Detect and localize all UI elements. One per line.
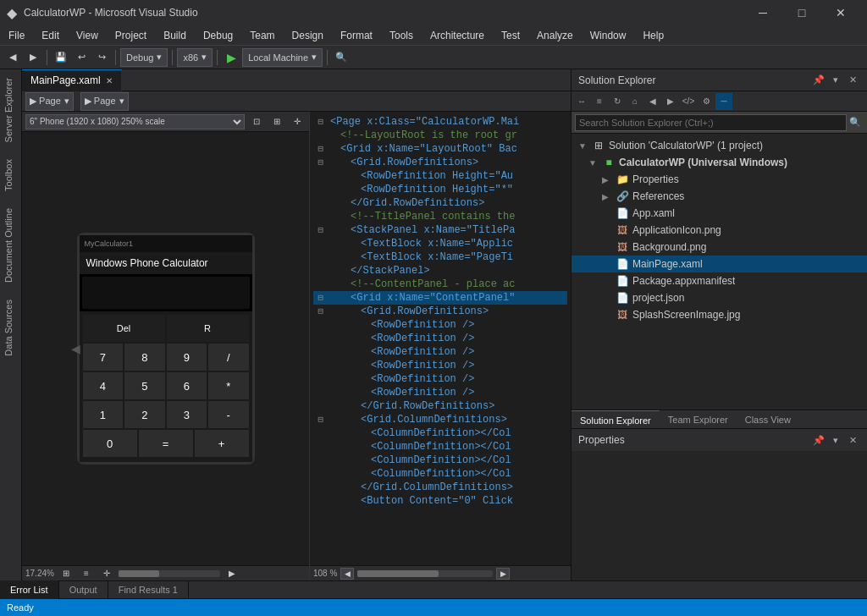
toolbar-fwd-btn[interactable]: ▶ [24,48,42,67]
maximize-button[interactable]: □ [782,0,821,25]
se-home-btn[interactable]: ⌂ [627,93,643,110]
phone-plus-button[interactable]: + [195,430,249,457]
phone-minus-button[interactable]: - [208,401,249,428]
phone-equals-button[interactable]: = [139,430,193,457]
se-pin-btn[interactable]: 📌 [811,73,826,88]
resize-handle-left[interactable]: ◀ [71,342,80,355]
xml-zoom-down-btn[interactable]: ◀ [340,568,354,580]
xml-editor[interactable]: ⊟ <Page x:Class="CalculatorWP.Mai <!--La… [310,112,571,565]
phone-r-button[interactable]: R [167,315,249,342]
phone-9-button[interactable]: 9 [167,344,207,371]
se-manifest-item[interactable]: 📄 Package.appxmanifest [572,272,867,289]
menu-format[interactable]: Format [332,25,381,46]
menu-tools[interactable]: Tools [381,25,422,46]
tab-close-icon[interactable]: ✕ [106,76,113,85]
menu-project[interactable]: Project [107,25,155,46]
xml-scroll-track[interactable] [357,570,493,577]
phone-2-button[interactable]: 2 [124,401,165,428]
platform-dropdown[interactable]: x86 ▾ [177,48,213,67]
se-projectjson-item[interactable]: 📄 project.json [572,289,867,306]
toolbar-back-btn[interactable]: ◀ [3,48,22,67]
toolbar-save-btn[interactable]: 💾 [52,48,70,67]
se-collapse-btn[interactable]: ─ [715,93,732,110]
menu-window[interactable]: Window [582,25,635,46]
start-debug-button[interactable]: ▶ [222,48,240,67]
phone-3-button[interactable]: 3 [167,401,207,428]
menu-build[interactable]: Build [155,25,195,46]
design-grid-view-btn[interactable]: ⊞ [58,565,75,581]
se-search-input[interactable] [575,114,847,131]
se-sync-btn[interactable]: ↔ [573,93,590,110]
se-properties-btn[interactable]: ≡ [591,93,608,110]
props-pin-btn[interactable]: 📌 [811,432,826,448]
se-appxaml-item[interactable]: 📄 App.xaml [572,205,867,222]
phone-5-button[interactable]: 5 [124,372,165,399]
se-dropdown-btn[interactable]: ▾ [828,73,843,88]
phone-divide-button[interactable]: / [208,344,249,371]
menu-architecture[interactable]: Architecture [422,25,493,46]
se-appicon-item[interactable]: 🖼 ApplicationIcon.png [572,222,867,239]
props-dropdown-btn[interactable]: ▾ [828,432,843,448]
document-outline-tab[interactable]: Document Outline [0,200,21,291]
design-scroll-track[interactable] [119,570,220,577]
scale-selector[interactable]: 6" Phone (1920 x 1080) 250% scale [25,114,245,129]
menu-debug[interactable]: Debug [195,25,241,46]
toolbar-undo-btn[interactable]: ↩ [72,48,91,67]
se-project-item[interactable]: ▼ ■ CalculatorWP (Universal Windows) [572,154,867,171]
se-close-btn[interactable]: ✕ [845,73,860,88]
se-references-item[interactable]: ▶ 🔗 References [572,188,867,205]
design-snap-btn[interactable]: ✛ [289,113,306,130]
phone-8-button[interactable]: 8 [124,344,165,371]
output-tab[interactable]: Output [59,580,108,599]
phone-6-button[interactable]: 6 [167,372,207,399]
minimize-button[interactable]: ─ [743,0,782,25]
props-close-btn[interactable]: ✕ [845,432,860,448]
se-mainpage-item[interactable]: 📄 MainPage.xaml [572,256,867,272]
se-tab-team-explorer[interactable]: Team Explorer [660,410,737,429]
menu-team[interactable]: Team [241,25,283,46]
close-button[interactable]: ✕ [821,0,860,25]
menu-design[interactable]: Design [284,25,332,46]
menu-test[interactable]: Test [493,25,528,46]
phone-7-button[interactable]: 7 [83,344,124,371]
phone-0-button[interactable]: 0 [83,430,137,457]
menu-edit[interactable]: Edit [33,25,68,46]
toolbar-search-btn[interactable]: 🔍 [332,48,351,67]
design-grid-btn[interactable]: ⊞ [268,113,285,130]
phone-4-button[interactable]: 4 [83,372,124,399]
se-fwd-btn[interactable]: ▶ [662,93,679,110]
page-dropdown-2[interactable]: ▶ Page▾ [80,92,129,111]
menu-analyze[interactable]: Analyze [528,25,582,46]
se-splashscreen-item[interactable]: 🖼 SplashScreenImage.jpg [572,306,867,323]
error-list-tab[interactable]: Error List [0,580,59,599]
design-crosshair-btn[interactable]: ✛ [98,565,115,581]
phone-multiply-button[interactable]: * [208,372,249,399]
se-refresh-btn[interactable]: ↻ [609,93,626,110]
server-explorer-tab[interactable]: Server Explorer [0,69,21,151]
page-dropdown[interactable]: ▶ Page▾ [25,92,74,111]
se-tab-class-view[interactable]: Class View [737,410,799,429]
design-list-view-btn[interactable]: ≡ [78,565,95,581]
se-solution-item[interactable]: ▼ ⊞ Solution 'CalculatorWP' (1 project) [572,137,867,154]
phone-1-button[interactable]: 1 [83,401,124,428]
xml-zoom-up-btn[interactable]: ▶ [496,568,510,580]
phone-del-button[interactable]: Del [83,315,165,342]
se-code-btn[interactable]: </> [680,93,697,110]
se-tab-solution-explorer[interactable]: Solution Explorer [572,410,660,429]
se-bgpng-item[interactable]: 🖼 Background.png [572,239,867,256]
find-results-tab[interactable]: Find Results 1 [108,580,189,599]
design-fit-btn[interactable]: ⊡ [248,113,265,130]
menu-file[interactable]: File [0,25,33,46]
menu-view[interactable]: View [68,25,107,46]
design-scroll-right-btn[interactable]: ▶ [224,565,240,581]
se-search-icon[interactable]: 🔍 [847,114,864,131]
se-back-btn[interactable]: ◀ [644,93,661,110]
toolbar-redo-btn[interactable]: ↪ [92,48,111,67]
data-sources-tab[interactable]: Data Sources [0,291,21,365]
se-settings-btn[interactable]: ⚙ [698,93,715,110]
se-properties-item[interactable]: ▶ 📁 Properties [572,171,867,188]
target-dropdown[interactable]: Local Machine ▾ [242,48,323,67]
mainpage-xaml-tab[interactable]: MainPage.xaml ✕ [22,69,122,91]
toolbox-tab[interactable]: Toolbox [0,151,21,200]
menu-help[interactable]: Help [634,25,672,46]
